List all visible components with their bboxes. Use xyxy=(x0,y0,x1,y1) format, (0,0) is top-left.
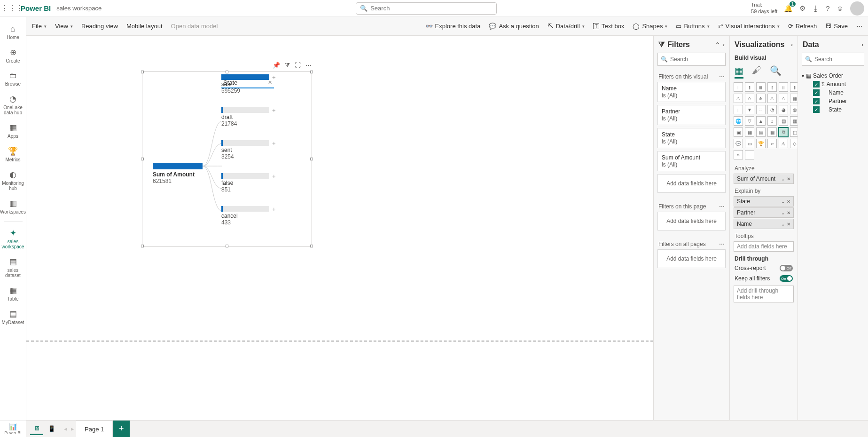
visual-type-icon[interactable]: ⩟ xyxy=(745,94,754,103)
resize-handle[interactable] xyxy=(226,245,228,247)
resize-handle[interactable] xyxy=(141,71,144,73)
analyze-field[interactable]: Sum of Amount⌄✕ xyxy=(734,174,794,184)
visual-type-icon[interactable]: ∷ xyxy=(756,105,766,114)
visual-type-icon[interactable]: ◔ xyxy=(767,105,777,114)
keep-filters-toggle[interactable]: On xyxy=(780,275,793,282)
visual-type-icon[interactable]: ⩚ xyxy=(779,139,788,148)
expand-icon[interactable]: › xyxy=(861,41,863,48)
tb-drill[interactable]: ⛏Data/drill▾ xyxy=(547,23,585,30)
nav-create[interactable]: ⊕Create xyxy=(0,45,26,66)
visual-type-icon[interactable]: 🌐 xyxy=(734,116,743,126)
data-search-input[interactable] xyxy=(814,56,868,63)
visual-type-icon[interactable]: ▽ xyxy=(745,116,754,126)
data-search[interactable]: 🔍 xyxy=(802,53,864,66)
workspace-name[interactable]: sales workspace xyxy=(56,5,102,12)
close-icon[interactable]: ✕ xyxy=(787,210,790,215)
visual-type-icon[interactable]: ▼ xyxy=(745,105,754,114)
report-canvas[interactable]: 📌 ⧩ ⛶ ⋯ State ✕ xyxy=(26,36,653,420)
visual-type-icon[interactable]: ⫼ xyxy=(734,82,743,92)
expand-node-icon[interactable]: + xyxy=(272,74,276,81)
chevron-down-icon[interactable]: ⌄ xyxy=(781,176,785,182)
expand-icon[interactable]: › xyxy=(791,41,793,48)
visual-type-icon[interactable]: ⫼ xyxy=(779,82,788,92)
page-tab[interactable]: Page 1 xyxy=(76,421,113,437)
download-icon[interactable]: ⭳ xyxy=(812,4,819,12)
collapse-icon[interactable]: ⌃ xyxy=(715,41,720,48)
explain-field[interactable]: Name⌄✕ xyxy=(734,219,794,229)
add-page-filter[interactable]: Add data fields here xyxy=(657,212,726,230)
resize-handle[interactable] xyxy=(310,71,313,73)
resize-handle[interactable] xyxy=(226,71,228,73)
settings-icon[interactable]: ⚙ xyxy=(799,4,805,13)
tree-node[interactable]: +false851 xyxy=(221,173,269,193)
notifications-icon[interactable]: 🔔1 xyxy=(784,4,793,13)
visual-type-icon[interactable]: ⩚ xyxy=(734,94,743,103)
expand-node-icon[interactable]: + xyxy=(272,140,276,147)
field-row[interactable]: ✓Name xyxy=(813,88,864,97)
visual-type-icon[interactable]: ⋯ xyxy=(745,150,754,159)
visual-type-icon[interactable]: ⫿ xyxy=(745,82,754,92)
nav-metrics[interactable]: 🏆Metrics xyxy=(0,143,26,165)
visual-type-icon[interactable]: ▤ xyxy=(756,127,766,137)
visual-type-icon[interactable]: ▲ xyxy=(756,116,766,126)
more-icon[interactable]: ⋯ xyxy=(305,62,312,69)
resize-handle[interactable] xyxy=(141,158,144,160)
nav-table[interactable]: ▦Table xyxy=(0,283,26,304)
filters-search[interactable]: 🔍 xyxy=(657,53,726,66)
field-checkbox[interactable]: ✓ xyxy=(813,89,820,96)
explain-field[interactable]: State⌄✕ xyxy=(734,196,794,207)
filter-card[interactable]: Stateis (All) xyxy=(657,128,726,148)
visual-type-icon[interactable]: ⌂ xyxy=(767,116,777,126)
tb-buttons[interactable]: ▭Buttons▾ xyxy=(676,23,709,30)
trial-status[interactable]: Trial: 59 days left xyxy=(751,2,777,14)
visual-type-icon[interactable]: ◕ xyxy=(779,105,788,114)
visual-type-icon[interactable]: 🏆 xyxy=(756,139,766,148)
cross-report-toggle[interactable]: Off xyxy=(780,265,793,271)
nav-workspaces[interactable]: ▥Workspaces xyxy=(0,196,26,217)
visual-type-icon[interactable]: ▭ xyxy=(745,139,754,148)
tb-explore[interactable]: 👓Explore this data xyxy=(425,23,481,30)
nav-onelake[interactable]: ◔OneLake data hub xyxy=(0,91,26,118)
nav-monitor[interactable]: ◐Monitoring hub xyxy=(0,167,26,194)
tb-interactions[interactable]: ⇄Visual interactions▾ xyxy=(718,23,780,30)
expand-node-icon[interactable]: + xyxy=(272,107,276,114)
field-row[interactable]: ✓ΣAmount xyxy=(813,80,864,88)
field-checkbox[interactable]: ✓ xyxy=(813,98,820,104)
visual-type-icon[interactable]: ⫿ xyxy=(767,82,777,92)
tb-reading-view[interactable]: Reading view xyxy=(81,23,118,30)
nav-apps[interactable]: ▦Apps xyxy=(0,120,26,142)
tb-ask[interactable]: 💬Ask a question xyxy=(489,23,539,30)
powerbi-footer[interactable]: 📊 Power BI xyxy=(0,420,26,437)
expand-node-icon[interactable]: + xyxy=(272,173,276,180)
visual-type-icon[interactable]: 💬 xyxy=(734,139,743,148)
avatar[interactable] xyxy=(850,1,864,16)
tb-save[interactable]: 🖫Save xyxy=(825,23,848,30)
global-search[interactable]: 🔍 xyxy=(356,2,497,15)
visual-type-icon[interactable]: ▣ xyxy=(734,127,743,137)
nav-mydataset[interactable]: ▤MyDataset xyxy=(0,306,26,328)
nav-sales-workspace[interactable]: ✦sales workspace xyxy=(0,225,26,252)
table-node[interactable]: ▾ ▦ Sales Order xyxy=(802,72,864,80)
visual-type-icon[interactable]: ⩚ xyxy=(767,94,777,103)
resize-handle[interactable] xyxy=(141,245,144,247)
pin-icon[interactable]: 📌 xyxy=(273,62,280,69)
visual-type-icon[interactable]: ▦ xyxy=(767,127,777,137)
help-icon[interactable]: ? xyxy=(826,4,829,12)
field-checkbox[interactable]: ✓ xyxy=(813,81,820,87)
tree-node[interactable]: +sent3254 xyxy=(221,140,269,160)
field-checkbox[interactable]: ✓ xyxy=(813,106,820,113)
visual-type-icon[interactable]: ⫼ xyxy=(734,105,743,114)
feedback-icon[interactable]: ☺ xyxy=(837,4,844,12)
visual-type-icon[interactable]: ⧉ xyxy=(779,127,788,137)
resize-handle[interactable] xyxy=(310,158,313,160)
chevron-down-icon[interactable]: ⌄ xyxy=(781,199,785,204)
more-icon[interactable]: ⋯ xyxy=(719,203,725,210)
add-all-filter[interactable]: Add data fields here xyxy=(657,249,726,268)
close-icon[interactable]: ✕ xyxy=(787,222,790,227)
explain-field[interactable]: Partner⌄✕ xyxy=(734,207,794,218)
chevron-down-icon[interactable]: ⌄ xyxy=(781,210,785,215)
app-launcher-icon[interactable]: ⋮⋮⋮ xyxy=(4,4,21,13)
close-icon[interactable]: ✕ xyxy=(787,199,790,204)
tb-textbox[interactable]: 🅃Text box xyxy=(593,23,624,30)
visual-type-icon[interactable]: » xyxy=(734,150,743,159)
